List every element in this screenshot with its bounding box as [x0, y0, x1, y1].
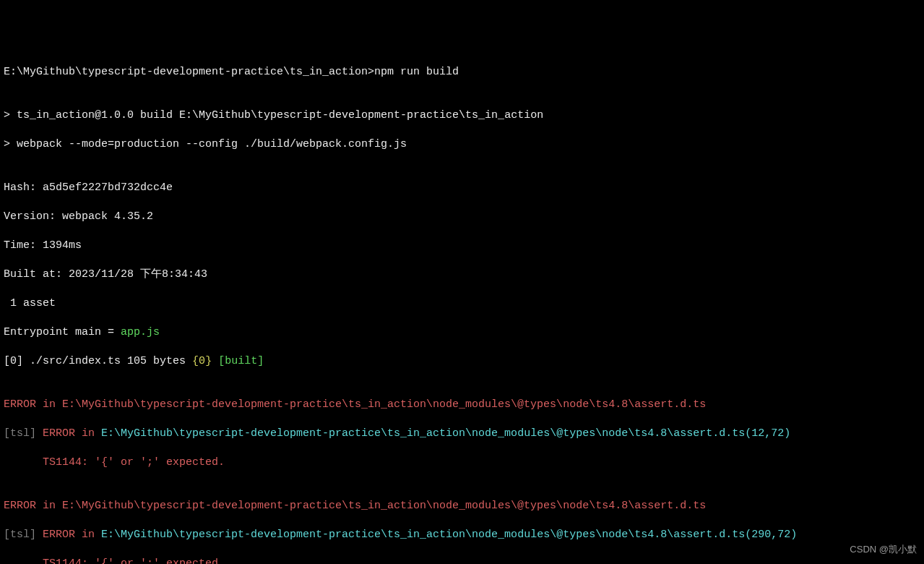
module-index: 0 [10, 355, 17, 367]
chunk-bracket: { [192, 355, 199, 367]
entrypoint-file: app.js [121, 326, 160, 338]
module-bracket: ] [17, 355, 30, 367]
tsl-tag: [tsl] [4, 529, 43, 541]
error-code: TS1144: '{' or ';' expected. [4, 557, 920, 564]
npm-line-prefix: > [4, 138, 17, 150]
error-header: ERROR in E:\MyGithub\typescript-developm… [4, 398, 920, 412]
error-path: E:\MyGithub\typescript-development-pract… [101, 529, 797, 541]
module-path: ./src/index.ts 105 bytes [30, 355, 192, 367]
npm-line-prefix: > [4, 109, 17, 121]
hash-value: a5d5ef2227bd732dcc4e [43, 181, 173, 194]
asset-count: 1 asset [4, 297, 56, 309]
npm-script-line: ts_in_action@1.0.0 build E:\MyGithub\typ… [17, 109, 543, 121]
module-bracket: [ [4, 355, 10, 367]
tsl-tag: [tsl] [4, 427, 43, 440]
terminal-output[interactable]: E:\MyGithub\typescript-development-pract… [4, 65, 920, 564]
watermark: CSDN @凯小默 [850, 542, 917, 557]
error-path: E:\MyGithub\typescript-development-pract… [101, 427, 790, 440]
version-label: Version: [4, 210, 62, 223]
error-in: ERROR in [43, 427, 101, 440]
time-label: Time: [4, 239, 43, 252]
error-code: TS1144: '{' or ';' expected. [4, 456, 920, 470]
built-at-value: 2023/11/28 下午8:34:43 [69, 268, 207, 281]
version-value: webpack 4.35.2 [62, 210, 153, 223]
error-header: ERROR in E:\MyGithub\typescript-developm… [4, 499, 920, 513]
error-in: ERROR in [43, 529, 101, 541]
errors-container: ERROR in E:\MyGithub\typescript-developm… [4, 383, 920, 564]
time-value: 1394ms [43, 239, 82, 252]
hash-label: Hash: [4, 181, 43, 194]
chunk-index: 0 [199, 355, 205, 367]
command-text: npm run build [374, 66, 459, 78]
entrypoint-label: Entrypoint main = [4, 326, 121, 338]
webpack-command-line: webpack --mode=production --config ./bui… [17, 138, 407, 150]
built-at-label: Built at: [4, 268, 69, 281]
chunk-bracket: } [205, 355, 218, 367]
built-tag: [built] [218, 355, 264, 367]
prompt-path: E:\MyGithub\typescript-development-pract… [4, 66, 374, 78]
